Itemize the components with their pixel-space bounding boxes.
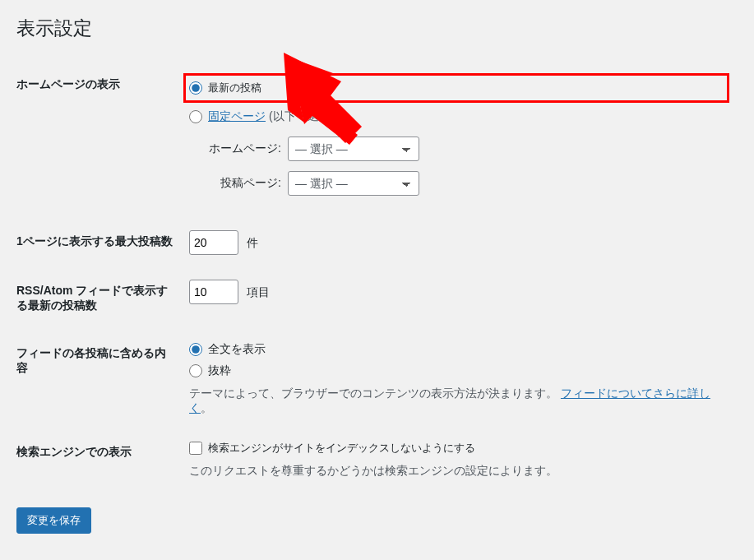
row-label-homepage: ホームページの表示	[16, 61, 181, 218]
rss-count-input[interactable]	[189, 280, 238, 304]
feed-desc-trailing: 。	[201, 401, 212, 414]
row-label-posts-per-page: 1ページに表示する最大投稿数	[16, 218, 181, 267]
save-button[interactable]: 変更を保存	[16, 507, 91, 534]
radio-latest-posts-highlight: 最新の投稿	[183, 73, 729, 103]
radio-fixed-page-label[interactable]: 固定ページ (以下で選択)	[208, 109, 334, 124]
posts-page-select[interactable]: — 選択 —	[288, 171, 419, 196]
search-engine-desc: このリクエストを尊重するかどうかは検索エンジンの設定によります。	[189, 464, 729, 479]
row-label-feed-content: フィードの各投稿に含める内容	[16, 330, 181, 428]
search-engine-checkbox-label[interactable]: 検索エンジンがサイトをインデックスしないようにする	[208, 441, 475, 456]
page-title: 表示設定	[16, 8, 738, 44]
row-label-search-engine: 検索エンジンでの表示	[16, 428, 181, 491]
fixed-page-suffix: (以下で選択)	[269, 109, 334, 123]
homepage-select-label: ホームページ:	[207, 141, 281, 156]
radio-latest-posts-label[interactable]: 最新の投稿	[208, 81, 261, 95]
homepage-select[interactable]: — 選択 —	[288, 137, 419, 161]
rss-count-unit: 項目	[247, 285, 270, 299]
posts-per-page-unit: 件	[247, 236, 258, 249]
radio-feed-full-label[interactable]: 全文を表示	[208, 342, 266, 357]
radio-feed-full[interactable]	[189, 343, 202, 356]
posts-per-page-input[interactable]	[189, 230, 238, 255]
row-label-rss-count: RSS/Atom フィードで表示する最新の投稿数	[16, 267, 181, 330]
fixed-page-link[interactable]: 固定ページ	[208, 109, 266, 123]
settings-form: ホームページの表示 最新の投稿 固定ページ (以下で選択)	[16, 61, 738, 491]
radio-feed-excerpt-label[interactable]: 抜粋	[208, 363, 231, 378]
radio-fixed-page[interactable]	[189, 110, 202, 123]
search-engine-checkbox[interactable]	[189, 442, 202, 455]
radio-latest-posts[interactable]	[189, 81, 202, 95]
radio-feed-excerpt[interactable]	[189, 364, 202, 377]
posts-page-select-label: 投稿ページ:	[207, 176, 281, 191]
feed-desc-prefix: テーマによって、ブラウザーでのコンテンツの表示方法が決まります。	[189, 386, 557, 400]
